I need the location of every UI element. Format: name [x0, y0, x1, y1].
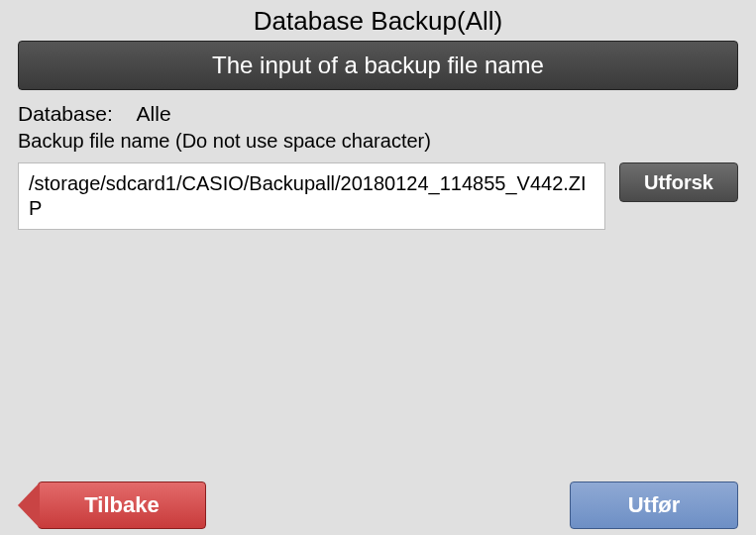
database-label: Database: [18, 102, 113, 126]
content-area: Database: Alle Backup file name (Do not … [0, 90, 756, 230]
filename-input[interactable]: /storage/sdcard1/CASIO/Backupall/2018012… [18, 162, 605, 230]
footer: Tilbake Utfør [0, 482, 756, 529]
execute-button[interactable]: Utfør [570, 482, 738, 529]
input-row: /storage/sdcard1/CASIO/Backupall/2018012… [18, 162, 738, 230]
subtitle-bar: The input of a backup file name [18, 41, 738, 90]
browse-button[interactable]: Utforsk [619, 162, 738, 202]
page-title: Database Backup(All) [0, 0, 756, 41]
database-row: Database: Alle [18, 102, 738, 126]
filename-hint: Backup file name (Do not use space chara… [18, 130, 738, 153]
database-value: Alle [137, 102, 171, 126]
back-button[interactable]: Tilbake [38, 482, 206, 529]
